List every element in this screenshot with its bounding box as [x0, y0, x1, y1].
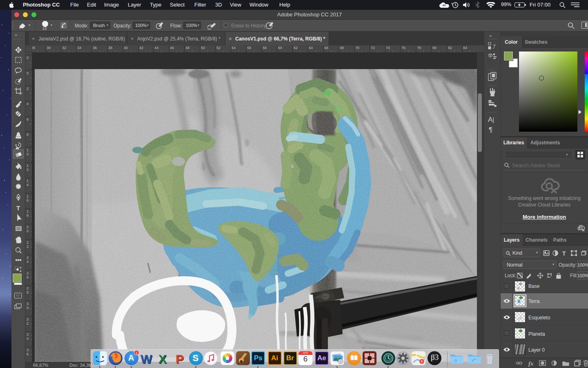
- svg-text:1: 1: [27, 194, 29, 198]
- svg-text:54: 54: [232, 46, 236, 50]
- svg-text:40: 40: [124, 46, 128, 50]
- svg-text:2: 2: [27, 256, 29, 260]
- svg-text:68: 68: [340, 46, 344, 50]
- svg-text:64: 64: [309, 46, 313, 50]
- svg-text:T: T: [16, 204, 20, 211]
- svg-text:66: 66: [324, 46, 328, 50]
- svg-text:8: 8: [27, 213, 29, 218]
- svg-text:60: 60: [278, 46, 282, 50]
- svg-text:0: 0: [27, 71, 29, 75]
- svg-text:52: 52: [216, 46, 220, 50]
- svg-text:62: 62: [294, 46, 298, 50]
- svg-text:82: 82: [448, 46, 452, 50]
- svg-text:3: 3: [27, 332, 29, 337]
- svg-text:2: 2: [27, 56, 29, 60]
- svg-text:34: 34: [77, 46, 81, 50]
- svg-text:0: 0: [27, 229, 29, 233]
- svg-text:3: 3: [27, 348, 29, 352]
- svg-text:A: A: [453, 357, 457, 364]
- svg-text:0: 0: [27, 152, 29, 156]
- svg-text:4: 4: [27, 183, 29, 187]
- svg-text:2: 2: [27, 321, 29, 325]
- svg-text:2: 2: [27, 168, 29, 172]
- svg-text:1: 1: [27, 148, 29, 152]
- svg-text:84: 84: [463, 46, 467, 50]
- svg-text:4: 4: [27, 102, 29, 106]
- svg-text:2: 2: [27, 286, 29, 290]
- svg-text:3: 3: [27, 302, 29, 306]
- svg-text:50: 50: [201, 46, 205, 50]
- svg-text:2: 2: [27, 240, 29, 245]
- svg-text:32: 32: [62, 46, 66, 50]
- svg-text:46: 46: [170, 46, 174, 50]
- svg-text:76: 76: [401, 46, 405, 50]
- svg-text:4: 4: [27, 337, 29, 341]
- svg-text:1: 1: [27, 164, 29, 168]
- svg-text:80: 80: [432, 46, 437, 50]
- svg-text:6: 6: [27, 117, 29, 121]
- svg-text:78: 78: [417, 46, 421, 50]
- svg-text:2: 2: [27, 245, 29, 249]
- svg-text:6: 6: [27, 198, 29, 202]
- svg-text:70: 70: [355, 46, 359, 50]
- svg-text:72: 72: [371, 46, 375, 50]
- svg-text:38: 38: [108, 46, 112, 50]
- svg-text:48: 48: [185, 46, 189, 50]
- svg-text:42: 42: [139, 46, 143, 50]
- svg-text:74: 74: [386, 46, 390, 50]
- svg-text:2: 2: [27, 87, 29, 91]
- svg-text:8: 8: [27, 290, 29, 294]
- svg-text:44: 44: [154, 46, 158, 50]
- svg-text:4: 4: [27, 260, 29, 264]
- svg-text:fx: fx: [528, 360, 534, 367]
- svg-text:6: 6: [27, 275, 29, 279]
- svg-text:1: 1: [27, 179, 29, 183]
- svg-text:1: 1: [27, 209, 29, 213]
- svg-text:56: 56: [247, 46, 251, 50]
- svg-text:36: 36: [93, 46, 97, 50]
- svg-text:58: 58: [263, 46, 267, 50]
- svg-text:6: 6: [27, 352, 29, 356]
- svg-text:0: 0: [27, 306, 29, 310]
- svg-text:2: 2: [27, 225, 29, 229]
- svg-text:30: 30: [47, 46, 51, 50]
- svg-text:2: 2: [27, 271, 29, 275]
- svg-text:3: 3: [27, 317, 29, 321]
- svg-text:T: T: [562, 250, 566, 256]
- svg-text:8: 8: [27, 132, 29, 137]
